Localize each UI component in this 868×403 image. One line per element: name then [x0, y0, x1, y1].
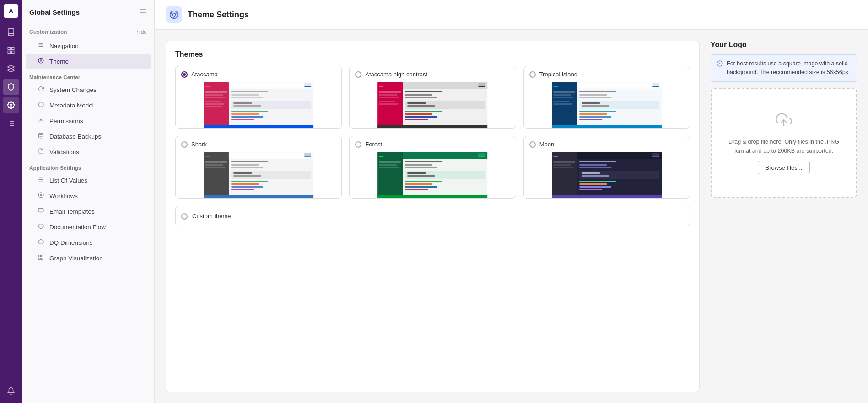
theme-card-ataccama-hc[interactable]: Ataccama high contrast — [349, 66, 516, 129]
theme-card-tropical[interactable]: Tropical island — [523, 66, 690, 129]
svg-rect-170 — [553, 156, 558, 157]
sidebar-item-theme[interactable]: Theme — [26, 54, 151, 69]
nav-icon-book[interactable] — [3, 24, 19, 40]
custom-theme-option[interactable]: Custom theme — [175, 206, 690, 226]
nav-icon-bell[interactable] — [3, 383, 19, 399]
svg-rect-94 — [579, 101, 659, 109]
theme-preview-ataccama-hc — [350, 82, 515, 128]
svg-rect-47 — [231, 101, 311, 109]
theme-card-forest[interactable]: Forest — [349, 136, 516, 199]
maintenance-section-label: Maintenance Center — [22, 69, 154, 82]
svg-rect-48 — [233, 102, 252, 104]
svg-rect-171 — [652, 156, 659, 157]
svg-point-18 — [38, 58, 43, 63]
nav-icon-list[interactable] — [3, 115, 19, 132]
nav-icon-gear[interactable] — [3, 97, 19, 113]
svg-rect-84 — [379, 86, 383, 87]
svg-rect-127 — [205, 167, 225, 168]
svg-rect-64 — [377, 82, 403, 128]
svg-rect-83 — [379, 103, 398, 105]
application-section-label: Application Settings — [22, 160, 154, 172]
theme-card-moon[interactable]: Moon — [523, 136, 690, 199]
svg-rect-44 — [231, 91, 268, 92]
svg-rect-87 — [552, 82, 577, 128]
metadata-model-label: Metadata Model — [49, 102, 94, 109]
svg-rect-33 — [41, 258, 43, 260]
sidebar-item-navigation[interactable]: Navigation — [26, 38, 151, 53]
svg-rect-31 — [41, 255, 43, 257]
svg-rect-140 — [407, 175, 435, 177]
svg-marker-29 — [38, 239, 43, 244]
svg-rect-70 — [405, 97, 437, 98]
svg-rect-110 — [204, 152, 229, 198]
svg-rect-88 — [577, 82, 662, 89]
svg-rect-41 — [229, 82, 313, 89]
sidebar-item-documentation-flow[interactable]: Documentation Flow — [26, 220, 151, 234]
svg-rect-142 — [405, 183, 432, 185]
logo-upload-area[interactable]: Drag & drop file here. Only files in the… — [711, 88, 857, 198]
nav-icon-shield[interactable] — [3, 79, 19, 95]
svg-rect-27 — [38, 209, 43, 212]
svg-rect-82 — [379, 101, 395, 102]
sidebar-item-dq-dimensions[interactable]: DQ Dimensions — [26, 235, 151, 250]
svg-rect-100 — [579, 119, 602, 120]
svg-rect-167 — [553, 161, 575, 163]
theme-moon-label: Moon — [539, 141, 555, 148]
svg-rect-0 — [8, 47, 10, 49]
sidebar-title: Global Settings — [29, 8, 80, 16]
sidebar-item-list-of-values[interactable]: List Of Values — [26, 173, 151, 188]
customization-label: Customization — [29, 29, 67, 35]
svg-rect-146 — [379, 161, 401, 163]
hide-action[interactable]: hide — [136, 29, 147, 35]
sidebar-item-permissions[interactable]: Permissions — [26, 113, 151, 128]
workflows-label: Workflows — [49, 193, 78, 199]
sidebar-item-validations[interactable]: Validations — [26, 145, 151, 159]
sidebar-hamburger[interactable] — [140, 7, 147, 16]
svg-rect-105 — [553, 101, 569, 102]
theme-tropical-label: Tropical island — [539, 71, 577, 78]
svg-rect-61 — [205, 86, 210, 87]
upload-text: Drag & drop file here. Only files in the… — [721, 137, 847, 156]
svg-rect-53 — [231, 119, 254, 120]
svg-rect-157 — [579, 164, 607, 166]
nav-icon-layers[interactable] — [3, 60, 19, 77]
svg-rect-71 — [405, 101, 485, 109]
nav-icon-grid[interactable] — [3, 42, 19, 59]
email-templates-icon — [37, 208, 45, 215]
sidebar-item-workflows[interactable]: Workflows — [26, 188, 151, 203]
app-logo[interactable]: A — [4, 4, 18, 18]
svg-rect-72 — [407, 102, 426, 104]
svg-rect-80 — [379, 94, 397, 96]
sidebar-item-graph-visualization[interactable]: Graph Visualization — [26, 251, 151, 265]
svg-rect-85 — [478, 86, 485, 87]
svg-rect-40 — [204, 82, 229, 128]
themes-container: Themes Ataccama — [166, 41, 700, 392]
validations-icon — [37, 148, 45, 156]
browse-files-button[interactable]: Browse files... — [758, 161, 810, 174]
svg-marker-28 — [38, 224, 43, 229]
svg-rect-158 — [579, 167, 611, 168]
svg-rect-95 — [582, 102, 600, 104]
sidebar-header: Global Settings — [22, 0, 154, 22]
list-of-values-label: List Of Values — [49, 177, 87, 184]
svg-rect-58 — [205, 101, 221, 102]
svg-rect-139 — [407, 172, 426, 174]
logo-panel: Your Logo For best results use a square … — [711, 41, 857, 392]
theme-card-ataccama[interactable]: Ataccama — [175, 66, 342, 129]
svg-rect-59 — [205, 103, 224, 105]
svg-rect-152 — [552, 152, 577, 198]
theme-card-tropical-header: Tropical island — [524, 66, 690, 82]
theme-card-shark[interactable]: Shark — [175, 136, 342, 199]
sidebar-item-metadata-model[interactable]: Metadata Model — [26, 98, 151, 113]
svg-rect-163 — [579, 183, 607, 185]
svg-rect-126 — [205, 164, 223, 166]
svg-rect-164 — [579, 186, 611, 188]
sidebar-item-system-changes[interactable]: System Changes — [26, 82, 151, 97]
svg-rect-32 — [38, 258, 40, 260]
theme-card-shark-header: Shark — [176, 136, 341, 152]
svg-rect-145 — [377, 195, 487, 198]
documentation-flow-label: Documentation Flow — [49, 224, 106, 231]
sidebar-item-database-backups[interactable]: Database Backups — [26, 129, 151, 144]
sidebar-item-email-templates[interactable]: Email Templates — [26, 204, 151, 219]
sidebar: Global Settings Customization hide Navig… — [22, 0, 155, 403]
